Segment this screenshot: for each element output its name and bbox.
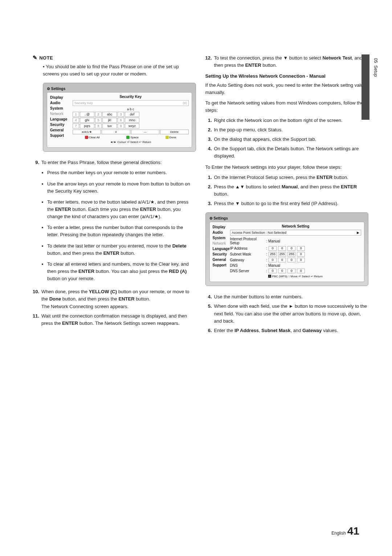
settings-header-2: Settings [209, 216, 365, 220]
pl-step-4: Use the number buttons to enter numbers. [214, 293, 369, 301]
sidebar-item[interactable]: Network [50, 111, 70, 116]
step-9-b1: Press the number keys on your remote to … [47, 169, 196, 176]
settings-sidebar: Display Audio System Network Language Se… [50, 95, 70, 144]
step-12: To test the connection, press the ▼ butt… [214, 54, 369, 69]
para-3: To Enter the Network settings into your … [205, 164, 369, 171]
abc-indicator: a b c [73, 107, 189, 111]
security-key-screen: Settings Display Audio System Network La… [43, 83, 196, 152]
side-tab-text: 05 Setup [373, 58, 378, 77]
manual-heading: Setting Up the Wireless Network Connecti… [205, 73, 369, 79]
key-3[interactable]: 3 [118, 112, 124, 117]
sidebar-item[interactable]: Audio [50, 100, 70, 106]
win-step-2: In the pop-up menu, click Status. [214, 126, 369, 134]
pl-step-2: Press the ▲▼ buttons to select Manual, a… [214, 183, 369, 198]
access-point-row[interactable]: Access Point Selection : Not Selected▶ [230, 230, 362, 236]
step-9-intro: To enter the Pass Phrase, follow these g… [41, 160, 162, 165]
step-11: Wait until the connection confirmation m… [41, 312, 196, 327]
key-4[interactable]: 4 [73, 118, 79, 123]
para-2: To get the Network setting values from m… [205, 99, 369, 114]
network-setting-screen: Settings Display Audio System Network La… [205, 212, 369, 286]
note-item: You should be able to find the Pass Phra… [43, 63, 196, 78]
key-9[interactable]: 9 [118, 123, 124, 128]
pl-step-3: Press the ▼ button to go to the first en… [214, 200, 369, 207]
win-step-4: On the Support tab, click the Details bu… [214, 145, 369, 160]
page-footer: English41 [331, 525, 359, 537]
security-key-input[interactable]: Security Key(0) [73, 100, 189, 106]
sm-label: Subnet Mask [230, 252, 265, 256]
color-bar: Clear All Space Done [73, 136, 189, 139]
key-7[interactable]: 7 [73, 123, 79, 128]
help-bar-2: 🅰 PBC (WPS) ↕ Move ⏎ Select ↩ Return [230, 275, 362, 278]
pl-step-5: When done with each field, use the ► but… [214, 303, 369, 324]
key-1[interactable]: 1 [73, 112, 79, 117]
win-step-1: Right click the Network icon on the bott… [214, 117, 369, 124]
sidebar-item[interactable]: Support [50, 133, 70, 138]
gw-label: Gateway [230, 258, 265, 262]
key-0[interactable]: 0 [102, 130, 130, 134]
sidebar-item[interactable]: General [50, 127, 70, 133]
keypad: 1..@ 2abc 3def 4ghi 5jkl 6mno 7pqrs 8tuv… [73, 112, 189, 128]
ip-label: IP Address [230, 246, 265, 250]
key-delete[interactable]: Delete [160, 130, 188, 134]
page-number: 41 [347, 525, 359, 537]
step-9-b3: To enter letters, move to the button lab… [47, 199, 196, 220]
left-column: NOTE You should be able to find the Pass… [33, 54, 196, 336]
key-dash[interactable]: — [131, 130, 159, 134]
dns-label: DNS [230, 263, 265, 267]
step-9-b4: To enter a letter, press the number butt… [47, 224, 196, 238]
ip-oct[interactable]: 0 [269, 246, 277, 251]
key-6[interactable]: 6 [118, 118, 124, 123]
panel-title: Security Key [73, 95, 189, 99]
step-10: When done, press the YELLOW (C) button o… [41, 288, 196, 310]
sidebar-item[interactable]: Security [50, 122, 70, 127]
sidebar-item[interactable]: System [50, 106, 70, 111]
key-5[interactable]: 5 [95, 118, 102, 123]
note-header: NOTE [33, 54, 196, 61]
pl-step-6: Enter the IP Address, Subnet Mask, and G… [214, 327, 369, 334]
ips-label: Internet Protocol Setup [230, 237, 265, 245]
win-step-3: On the dialog that appears, click the Su… [214, 136, 369, 143]
yellow-chip-icon [166, 136, 169, 139]
key-2[interactable]: 2 [95, 112, 102, 117]
key-8[interactable]: 8 [95, 123, 102, 128]
green-chip-icon [126, 136, 130, 139]
steps-9-11: 9. To enter the Pass Phrase, follow thes… [33, 159, 196, 327]
step-9-b6: To clear all entered letters and numbers… [47, 261, 196, 282]
para-1: If the Auto Setting does not work, you n… [205, 82, 369, 96]
side-tab-bar [362, 54, 369, 120]
pl-step-1: On the Internet Protocol Setup screen, p… [214, 174, 369, 181]
step-9-b2: Use the arrow keys on your remote to mov… [47, 180, 196, 195]
dnss-label: DNS Server [230, 269, 265, 273]
sidebar-item[interactable]: Language [50, 116, 70, 122]
bottom-keys: a/A/1/★ 0 — Delete [73, 130, 189, 134]
key-mode[interactable]: a/A/1/★ [73, 130, 101, 134]
note-list: You should be able to find the Pass Phra… [33, 63, 196, 78]
sidebar-item[interactable]: Display [50, 95, 70, 100]
right-column: 12. To test the connection, press the ▼ … [205, 54, 369, 336]
security-key-panel: Security Key Security Key(0) a b c 1..@ … [73, 95, 189, 144]
step-9-b5: To delete the last letter or number you … [47, 242, 196, 257]
settings-header: Settings [47, 87, 192, 91]
red-chip-icon [85, 136, 88, 139]
panel-title-2: Network Setting [230, 224, 362, 228]
network-panel: Network Setting Access Point Selection :… [230, 224, 362, 278]
settings-sidebar-2: Display Audio System Network Language Se… [213, 224, 228, 278]
help-bar: ◄/► Cursor ⏎ Select ↩ Return [73, 140, 189, 144]
